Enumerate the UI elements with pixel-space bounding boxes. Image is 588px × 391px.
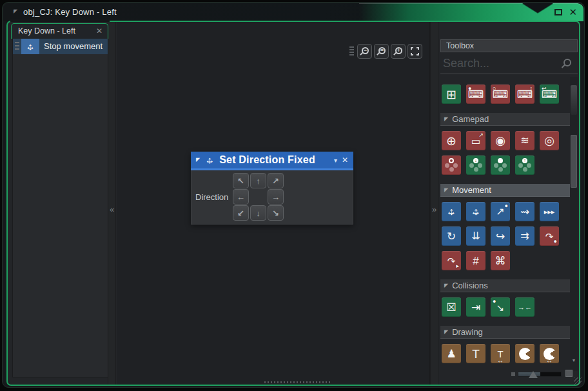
toolbar-grip-icon[interactable] <box>349 46 354 56</box>
toolbox-action-path-start[interactable]: ↷● <box>540 226 559 246</box>
node-title: Set Direction Fixed <box>219 154 329 166</box>
node-header[interactable]: ◤ ↔ ↕ Set Direction Fixed ▾ ✕ <box>191 152 353 168</box>
toolbox-action-jump-to-random[interactable]: ⇝ <box>515 202 534 221</box>
node-collapse-icon[interactable]: ◤ <box>196 157 200 163</box>
toolbox-action-move-to-collision[interactable]: ⇥ <box>466 297 485 317</box>
dnd-canvas[interactable]: − = + ◤ ↔ ↕ <box>117 22 430 385</box>
toolbox-action-gamepad-deadzone[interactable]: ⊕ <box>442 131 461 150</box>
toolbox-action-reverse-direction[interactable]: ↪ <box>491 226 510 246</box>
toolbox-action-gamepad-stop[interactable]: ◎ <box>540 131 559 150</box>
node-close-icon[interactable]: ✕ <box>342 155 348 165</box>
toolbox-scrollbar[interactable] <box>570 77 578 371</box>
section-collapse-icon[interactable]: ◤ <box>444 330 448 335</box>
section-collapse-icon[interactable]: ◤ <box>444 283 448 288</box>
toolbox-action-move-to-contact[interactable]: ⌘ <box>491 251 510 270</box>
toolbox-action-step-toward[interactable]: ⇉ <box>515 226 534 246</box>
toolbox-action-gamepad-button-up[interactable]: ↑ <box>515 155 534 175</box>
direction-w-button[interactable]: ← <box>233 189 249 205</box>
action-item[interactable]: ↔↕Stop movement <box>13 38 108 54</box>
icon-badge: ↕ <box>530 86 533 92</box>
toolbox-header[interactable]: Toolbox <box>440 39 578 52</box>
zoom-in-button[interactable]: + <box>391 44 406 59</box>
path-end-glyph: ↷ <box>447 256 456 266</box>
path-start-glyph: ↷ <box>545 232 554 241</box>
toolbox-action-path-end[interactable]: ↷▸ <box>442 251 461 270</box>
toolbox-row: ☒⇥↘●→← <box>442 297 534 317</box>
toolbox-action-check-collision[interactable]: ☒ <box>442 297 461 317</box>
fit-view-button[interactable] <box>407 44 422 59</box>
right-panel-divider[interactable]: » <box>430 22 438 385</box>
direction-se-button[interactable]: ↘ <box>268 205 284 221</box>
zoom-out-button[interactable]: − <box>357 44 372 59</box>
window-title: obj_CJ: Key Down - Left <box>23 7 117 17</box>
toolbox-action-set-direction-free[interactable]: ↔↕ <box>466 202 485 221</box>
toolbox-action-snap-to-grid[interactable]: # <box>466 251 485 270</box>
direction-sw-button[interactable]: ↙ <box>233 205 249 221</box>
zoom-in-icon: + <box>395 47 402 54</box>
toolbox-action-move-toward-point[interactable]: ↗● <box>491 202 510 221</box>
toolbox-action-gamepad-vibrate[interactable]: ≋ <box>515 131 534 150</box>
toolbox-action-key-check[interactable]: ⌨● <box>466 85 485 104</box>
maximize-button[interactable] <box>554 9 562 15</box>
toolbox-action-draw-arc[interactable] <box>515 344 534 363</box>
toolbox-action-keyboard-io[interactable]: ⌨↕ <box>515 85 534 104</box>
direction-e-button[interactable]: → <box>268 189 284 205</box>
node-menu-caret-icon[interactable]: ▾ <box>334 157 337 164</box>
toolbox-action-draw-text[interactable]: T <box>466 344 485 363</box>
left-panel-divider[interactable]: « <box>108 22 116 385</box>
toolbox-action-gamepad-button-down[interactable]: ↓ <box>466 155 485 175</box>
toolbox-section-movement[interactable]: ◤Movement <box>440 184 570 197</box>
toolbox-action-draw-arc-transformed[interactable]: ↔ <box>540 344 559 363</box>
direction-s-button[interactable]: ↓ <box>250 205 266 221</box>
toolbox-action-collision-point[interactable]: →← <box>515 297 534 317</box>
toolbox-action-set-speed[interactable]: ▸▸▸ <box>540 202 559 221</box>
collapse-right-icon[interactable]: » <box>431 205 438 214</box>
titlebar-notch <box>522 3 553 13</box>
window-collapse-icon[interactable]: ◤ <box>14 9 17 14</box>
toolbox-action-set-direction-fixed[interactable]: ↔↕ <box>442 202 461 221</box>
drag-handle-icon[interactable] <box>15 42 19 50</box>
direction-ne-button[interactable]: ↗ <box>268 173 284 188</box>
search-input[interactable] <box>442 54 558 72</box>
rotate-point-glyph: ↻ <box>447 231 456 242</box>
section-label: Collisions <box>452 281 488 290</box>
toolbox-action-rotate-point[interactable]: ↻ <box>442 226 461 246</box>
toolbox-action-instance-change[interactable]: ⊞ <box>442 85 461 104</box>
collapse-left-icon[interactable]: « <box>108 205 115 214</box>
action-node-set-direction-fixed[interactable]: ◤ ↔ ↕ Set Direction Fixed ▾ ✕ Direction … <box>191 152 353 225</box>
toolbox-action-last-key[interactable]: ⌨↩ <box>540 85 559 104</box>
toolbox-action-bounce[interactable]: ↘● <box>491 297 510 317</box>
toolbox-action-gamepad-check[interactable]: ◉ <box>491 131 510 150</box>
window-resize-grip[interactable] <box>574 377 582 385</box>
icon-size-large[interactable] <box>565 370 573 377</box>
toolbox-section-collisions[interactable]: ◤Collisions <box>440 279 570 292</box>
scroll-down-icon[interactable]: ▼ <box>570 358 578 363</box>
search-icon <box>564 59 571 66</box>
toolbox-action-gamepad-button-pressed[interactable] <box>491 155 510 175</box>
toolbox-action-draw-text-transformed[interactable]: T↔ <box>491 344 510 363</box>
scrollbar-thumb[interactable] <box>571 135 577 188</box>
tab-key-down-left[interactable]: Key Down - Left ✕ <box>11 23 108 39</box>
icon-badge: ↔ <box>546 357 553 363</box>
slider-thumb[interactable] <box>529 371 538 378</box>
toolbox-action-draw-self[interactable]: ♟ <box>442 344 461 363</box>
window-titlebar[interactable]: ◤ obj_CJ: Key Down - Left ✕ <box>3 3 583 21</box>
direction-n-button[interactable]: ↑ <box>250 173 266 188</box>
zoom-reset-button[interactable]: = <box>374 44 389 59</box>
toolbox-action-gamepad-button-released[interactable] <box>442 155 461 175</box>
bottom-resize-handle[interactable] <box>264 381 330 383</box>
section-collapse-icon[interactable]: ◤ <box>444 117 448 122</box>
icon-size-slider[interactable] <box>518 372 562 377</box>
window-close-button[interactable]: ✕ <box>569 6 577 19</box>
toolbox-action-gamepad-axis[interactable]: ▭↗ <box>466 131 485 150</box>
icon-size-small[interactable] <box>511 372 515 376</box>
section-label: Movement <box>452 185 491 195</box>
direction-nw-button[interactable]: ↖ <box>233 173 249 188</box>
tab-close-icon[interactable]: ✕ <box>96 26 103 35</box>
toolbox-section-gamepad[interactable]: ◤Gamepad <box>440 113 570 126</box>
move-fixed-icon: ↔↕ <box>446 206 457 217</box>
toolbox-action-set-gravity[interactable]: ⇊ <box>466 226 485 246</box>
toolbox-action-key-check-pressed[interactable]: ⌨○ <box>491 85 510 104</box>
toolbox-section-drawing[interactable]: ◤Drawing <box>440 326 570 339</box>
section-collapse-icon[interactable]: ◤ <box>444 188 448 193</box>
